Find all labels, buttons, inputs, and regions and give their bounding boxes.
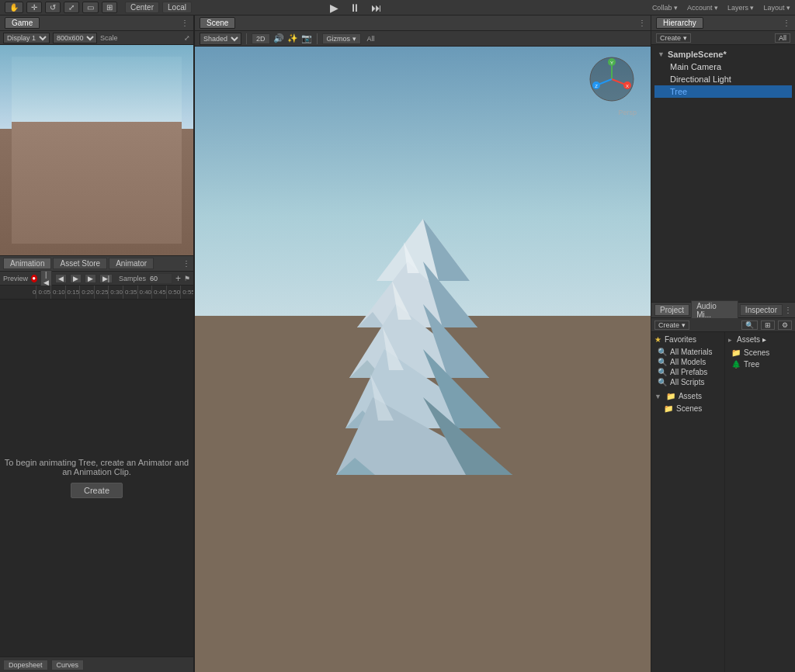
scene-canvas[interactable]: Y X Z Persp: [195, 47, 651, 672]
scene-panel: Scene ⋮ Shaded 2D 🔊 ✨ 📷 Gizmos ▾ All: [194, 16, 651, 672]
rotate-tool-btn[interactable]: ↺: [45, 2, 61, 13]
transform-tool-btn[interactable]: ⊞: [102, 2, 117, 13]
hand-tool-btn[interactable]: ✋: [5, 2, 23, 13]
br-sort-btn[interactable]: ⊞: [761, 320, 775, 330]
svg-rect-14: [411, 475, 435, 490]
hierarchy-panel-menu[interactable]: ⋮: [783, 19, 790, 27]
right-scenes-folder-icon: 📁: [731, 348, 741, 357]
add-key-btn[interactable]: +: [175, 273, 181, 284]
play-btn[interactable]: ▶: [327, 2, 342, 14]
animation-bottom-bar: Dopesheet Curves: [0, 656, 193, 672]
pause-btn[interactable]: ⏸: [346, 2, 363, 14]
game-tab[interactable]: Game: [5, 17, 40, 29]
shading-select[interactable]: Shaded: [200, 33, 241, 45]
maximize-btn[interactable]: ⤢: [184, 34, 190, 42]
add-event-btn[interactable]: ⚑: [184, 275, 190, 282]
move-tool-btn[interactable]: ✛: [26, 2, 42, 13]
favorites-header[interactable]: ★ Favorites: [654, 335, 721, 344]
anim-record-btn[interactable]: ●: [31, 275, 37, 282]
hierarchy-create-btn[interactable]: Create ▾: [656, 33, 691, 43]
svg-text:X: X: [626, 84, 629, 88]
bottom-right-panel: Project Audio Mi... Inspector ⋮ Create ▾…: [651, 303, 795, 672]
rect-tool-btn[interactable]: ▭: [82, 2, 99, 13]
hierarchy-all-btn[interactable]: All: [775, 33, 790, 43]
persp-label[interactable]: Persp: [618, 109, 637, 116]
hierarchy-scene[interactable]: ▼ SampleScene*: [654, 48, 792, 61]
tree-svg: [314, 219, 532, 529]
2d-toggle-btn[interactable]: 2D: [252, 33, 270, 44]
search-icon-prefabs: 🔍: [658, 368, 667, 376]
timeline-tick: 0:20: [80, 286, 95, 299]
inspector-tab[interactable]: Inspector: [740, 304, 783, 316]
vfx-toggle-btn[interactable]: ✨: [287, 33, 298, 43]
anim-next-frame-btn[interactable]: ▶: [85, 274, 96, 283]
timeline-tick: 0:45: [152, 286, 167, 299]
gizmos-btn[interactable]: Gizmos ▾: [322, 33, 361, 44]
animator-tab[interactable]: Animator: [109, 258, 154, 269]
asset-store-tab[interactable]: Asset Store: [53, 258, 107, 269]
right-scenes-item[interactable]: 📁 Scenes: [728, 347, 792, 359]
game-panel-menu[interactable]: ⋮: [181, 19, 189, 27]
assets-scenes-folder[interactable]: 📁 Scenes: [661, 404, 721, 414]
layers-btn[interactable]: Layers ▾: [727, 4, 755, 12]
hierarchy-tab[interactable]: Hierarchy: [656, 17, 703, 29]
right-tree-item[interactable]: 🌲 Tree: [728, 359, 792, 370]
fav-all-materials[interactable]: 🔍 All Materials: [654, 347, 721, 357]
resolution-select[interactable]: 800x600: [53, 33, 97, 43]
main-layout: Game ⋮ Display 1 800x600 Scale ⤢ Ani: [0, 16, 795, 672]
audio-toggle-btn[interactable]: 🔊: [273, 33, 284, 43]
br-toolbar: Create ▾ 🔍 ⊞ ⚙: [651, 318, 795, 332]
br-panel-menu[interactable]: ⋮: [784, 306, 792, 314]
layout-btn[interactable]: Layout ▾: [763, 4, 790, 12]
step-btn[interactable]: ⏭: [368, 2, 385, 14]
display-select[interactable]: Display 1: [3, 33, 50, 43]
hierarchy-item-directional-light[interactable]: Directional Light: [654, 73, 792, 85]
left-panel: Game ⋮ Display 1 800x600 Scale ⤢ Ani: [0, 16, 194, 672]
fav-all-models[interactable]: 🔍 All Models: [654, 357, 721, 367]
collab-btn[interactable]: Collab ▾: [652, 4, 678, 12]
br-settings-btn[interactable]: ⚙: [778, 320, 792, 330]
timeline-tick: 0:15: [66, 286, 81, 299]
curves-btn[interactable]: Curves: [51, 660, 85, 670]
hierarchy-tab-bar: Hierarchy ⋮: [651, 16, 795, 31]
toolbar-sep-1: [246, 33, 247, 44]
scene-camera-btn[interactable]: 📷: [301, 33, 312, 43]
main-camera-label: Main Camera: [670, 62, 721, 71]
pivot-local-btn[interactable]: Local: [162, 2, 192, 13]
assets-header[interactable]: ▼ 📁 Assets: [654, 392, 721, 400]
assets-label: Assets: [679, 392, 702, 400]
pivot-center-btn[interactable]: Center: [125, 2, 159, 13]
account-btn[interactable]: Account ▾: [687, 4, 718, 12]
right-tree-label: Tree: [744, 360, 759, 369]
scale-tool-btn[interactable]: ⤢: [64, 2, 79, 13]
samples-input[interactable]: [149, 273, 172, 284]
favorites-label: Favorites: [665, 335, 696, 344]
anim-prev-frame-btn[interactable]: ◀: [55, 274, 67, 283]
game-toolbar: Display 1 800x600 Scale ⤢: [0, 31, 193, 45]
br-create-btn[interactable]: Create ▾: [654, 320, 689, 330]
animation-timeline[interactable]: 00:050:100:150:200:250:300:350:400:450:5…: [0, 286, 193, 300]
scene-gizmo[interactable]: Y X Z: [588, 56, 635, 102]
fav-all-scripts[interactable]: 🔍 All Scripts: [654, 377, 721, 387]
br-search-btn[interactable]: 🔍: [741, 320, 758, 330]
game-canvas-inner: [12, 57, 182, 244]
audio-mixer-tab[interactable]: Audio Mi...: [691, 300, 738, 320]
scene-tab[interactable]: Scene: [200, 17, 235, 29]
anim-play-btn[interactable]: ▶: [70, 274, 82, 283]
animation-tab[interactable]: Animation: [3, 258, 51, 269]
anim-prev-keyframe-btn[interactable]: |◀: [40, 270, 52, 287]
fav-all-prefabs[interactable]: 🔍 All Prefabs: [654, 367, 721, 377]
br-body: ★ Favorites 🔍 All Materials 🔍 All Models…: [651, 332, 795, 672]
anim-controls: Preview ● |◀ ◀ ▶ ▶ ▶| Samples + ⚑: [0, 272, 193, 286]
project-tab[interactable]: Project: [654, 304, 689, 316]
anim-panel-menu[interactable]: ⋮: [182, 259, 190, 268]
scene-panel-menu[interactable]: ⋮: [638, 19, 646, 27]
hierarchy-body: ▼ SampleScene* Main Camera Directional L…: [651, 45, 795, 302]
anim-create-btn[interactable]: Create: [71, 483, 123, 498]
timeline-tick: 0:30: [109, 286, 123, 299]
anim-next-keyframe-btn[interactable]: ▶|: [99, 274, 113, 283]
dopesheet-btn[interactable]: Dopesheet: [3, 660, 48, 670]
hierarchy-item-main-camera[interactable]: Main Camera: [654, 61, 792, 73]
search-icon-models: 🔍: [658, 358, 667, 366]
hierarchy-item-tree[interactable]: Tree: [654, 85, 792, 98]
